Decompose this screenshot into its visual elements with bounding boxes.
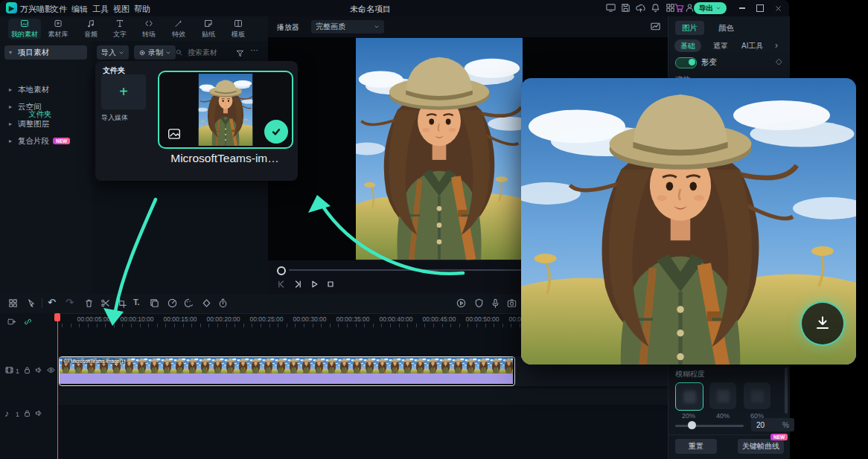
add-track-icon[interactable] — [7, 317, 16, 327]
keyframe-curve-button[interactable]: 关键帧曲线 — [738, 439, 784, 454]
speed-icon[interactable] — [167, 298, 178, 309]
record-icon — [138, 49, 146, 57]
audio-track-lane[interactable] — [57, 388, 668, 405]
ruler-label: 00:00:20:00 — [207, 315, 240, 323]
minimize-button[interactable] — [737, 3, 747, 13]
blur-preset-20[interactable] — [675, 382, 703, 411]
ruler-label: 00:00:40:00 — [380, 315, 413, 323]
media-thumbnail-selected[interactable] — [158, 71, 293, 149]
sidebar-item-project-media[interactable]: ▾ 项目素材 — [4, 45, 87, 60]
keyframe-icon[interactable] — [201, 298, 212, 309]
timer-icon[interactable] — [217, 298, 229, 309]
mute-speaker-icon[interactable] — [34, 365, 44, 375]
menu-view[interactable]: 视图 — [113, 4, 130, 15]
effects-wand-icon — [173, 19, 184, 28]
menu-edit[interactable]: 编辑 — [71, 4, 88, 15]
crop-icon[interactable] — [116, 298, 127, 309]
sidebar-item-compound-clip[interactable]: ▸ 复合片段 NEW — [4, 134, 87, 148]
maximize-button[interactable] — [755, 3, 765, 13]
undo-icon[interactable]: ↶ — [48, 297, 56, 308]
sidebar-item-local-media[interactable]: ▸ 本地素材 — [4, 83, 87, 97]
timeline-clip[interactable]: MicrosoftTeams-image(1) — [59, 356, 515, 386]
seek-handle[interactable] — [277, 266, 286, 275]
next-frame-button[interactable] — [292, 278, 304, 290]
tab-my-media[interactable]: 我的素材 — [8, 19, 41, 39]
tab-audio[interactable]: 音频 — [74, 19, 107, 39]
stop-button[interactable] — [325, 278, 336, 290]
blur-value: 20 — [756, 421, 765, 429]
properties-scrollbar[interactable] — [785, 367, 788, 414]
workspace-icon[interactable] — [605, 2, 616, 13]
split-scissors-icon[interactable] — [100, 298, 111, 309]
reset-button[interactable]: 重置 — [675, 439, 717, 454]
blur-preset-40[interactable] — [709, 382, 736, 409]
delete-icon[interactable] — [83, 298, 95, 309]
shield-icon[interactable] — [473, 298, 485, 309]
scope-monitor-icon[interactable] — [650, 21, 661, 32]
tab-effects[interactable]: 特效 — [162, 19, 195, 39]
play-button[interactable] — [308, 278, 320, 290]
tab-transitions[interactable]: 转场 — [133, 19, 165, 39]
microphone-icon[interactable] — [490, 298, 501, 309]
search-input[interactable] — [186, 48, 232, 57]
mute-speaker-icon[interactable] — [34, 408, 44, 418]
menu-help[interactable]: 帮助 — [134, 4, 150, 15]
transform-toggle[interactable] — [675, 57, 697, 68]
copy-clip-icon[interactable] — [149, 298, 160, 309]
import-media-tile[interactable]: + — [101, 74, 146, 109]
record-button[interactable]: 录制 — [134, 45, 176, 60]
tab-templates[interactable]: 模板 — [222, 19, 255, 39]
subtabs-more-chevron[interactable]: › — [775, 40, 778, 51]
media-content-elevated: 文件夹 + 导入媒体 MicrosoftTeams-im… — [95, 61, 298, 181]
menu-file[interactable]: 文件 — [51, 4, 67, 15]
download-button[interactable] — [800, 301, 845, 346]
color-palette-icon[interactable] — [183, 298, 194, 309]
player-header: 播放器 完整画质 — [268, 16, 668, 37]
save-icon[interactable] — [620, 2, 631, 13]
notifications-icon[interactable] — [650, 2, 661, 13]
subtab-mask[interactable]: 遮罩 — [707, 39, 734, 52]
import-button[interactable]: 导入 — [97, 45, 129, 60]
download-icon — [813, 314, 832, 333]
sidebar-item-cloud[interactable]: ▸ 云空间 — [4, 100, 87, 114]
selected-check-icon — [264, 120, 288, 144]
menu-tools[interactable]: 工具 — [92, 4, 109, 15]
tab-text[interactable]: 文字 — [103, 19, 136, 39]
export-button[interactable]: 导出 — [694, 2, 727, 14]
blur-preset-label: 20% — [675, 412, 702, 420]
media-tab-bar: 我的素材 素材库 音频 文字 转场 特效 — [0, 16, 268, 42]
close-button[interactable] — [773, 3, 783, 13]
hide-eye-icon[interactable] — [46, 365, 56, 375]
text-tool-icon[interactable]: T. — [133, 298, 140, 306]
playback-quality-dropdown[interactable]: 完整画质 — [311, 20, 384, 33]
render-preview-icon[interactable] — [456, 298, 467, 309]
filter-icon[interactable] — [235, 48, 245, 58]
caret-right-icon: ▸ — [4, 86, 18, 93]
keyframe-diamond-icon[interactable]: ◇ — [776, 57, 782, 66]
blur-value-box[interactable]: 20 % — [751, 418, 794, 431]
properties-tab-color[interactable]: 颜色 — [712, 21, 741, 35]
blur-slider-track[interactable] — [675, 425, 744, 427]
import-media-label: 导入媒体 — [101, 113, 128, 123]
media-view-icon[interactable] — [7, 298, 19, 309]
previous-frame-button[interactable] — [275, 278, 287, 290]
sidebar-item-adjustment-layer[interactable]: ▸ 调整图层 — [4, 117, 87, 131]
blur-slider-handle[interactable] — [688, 421, 696, 429]
lock-icon[interactable] — [22, 365, 32, 375]
subtab-basic[interactable]: 基础 — [674, 39, 701, 52]
redo-icon[interactable]: ↷ — [66, 297, 74, 308]
tab-stock-library[interactable]: 素材库 — [42, 19, 74, 39]
more-options-button[interactable]: ··· — [250, 45, 258, 54]
export-chevron-icon — [715, 5, 721, 11]
snapshot-icon[interactable] — [506, 298, 517, 309]
tab-stickers[interactable]: 贴纸 — [192, 19, 225, 39]
store-cart-icon[interactable] — [674, 2, 685, 13]
select-tool-icon[interactable] — [25, 298, 36, 309]
search-box[interactable] — [175, 45, 232, 60]
cloud-upload-icon[interactable] — [635, 2, 646, 13]
subtab-ai-tools[interactable]: AI工具 — [735, 39, 769, 52]
blur-preset-60[interactable] — [744, 382, 770, 409]
link-icon[interactable] — [23, 317, 33, 327]
lock-icon[interactable] — [22, 408, 32, 418]
properties-tab-image[interactable]: 图片 — [675, 21, 704, 35]
